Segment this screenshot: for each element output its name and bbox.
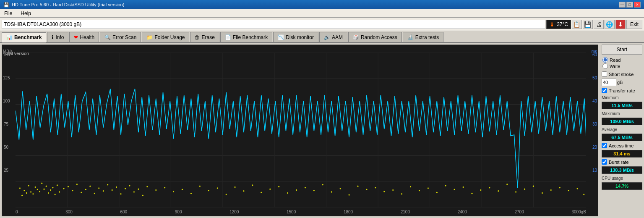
svg-point-73 bbox=[296, 189, 297, 191]
tab-disk-monitor[interactable]: 📉 Disk monitor bbox=[273, 32, 318, 42]
minimize-button[interactable]: — bbox=[619, 2, 626, 8]
title-bar-controls[interactable]: — □ ✕ bbox=[619, 2, 641, 8]
svg-point-30 bbox=[46, 186, 47, 187]
svg-point-72 bbox=[287, 192, 288, 194]
maximize-button[interactable]: □ bbox=[626, 2, 633, 8]
burst-rate-value: 138.3 MB/s bbox=[602, 166, 642, 174]
toolbar-icon-5[interactable]: ⬇ bbox=[615, 20, 626, 29]
maximum-value: 109.0 MB/s bbox=[602, 118, 642, 125]
read-radio[interactable] bbox=[602, 57, 608, 63]
tab-benchmark[interactable]: 📊 Benchmark bbox=[2, 32, 46, 42]
svg-point-47 bbox=[107, 184, 108, 185]
toolbar-icon-4[interactable]: 🌐 bbox=[605, 20, 615, 29]
transfer-rate-checkbox[interactable] bbox=[602, 88, 607, 93]
random-access-icon: 🎲 bbox=[353, 34, 359, 40]
x-label-2700: 2700 bbox=[515, 210, 524, 214]
read-write-group: Read Write bbox=[602, 56, 642, 70]
gb-spinbox[interactable] bbox=[602, 79, 616, 86]
burst-rate-checkbox[interactable] bbox=[602, 159, 607, 165]
gb-row: gB bbox=[602, 79, 642, 86]
svg-point-106 bbox=[583, 194, 584, 195]
access-time-checkbox[interactable] bbox=[602, 143, 607, 148]
menu-help[interactable]: Help bbox=[18, 10, 34, 17]
chart-svg bbox=[16, 53, 586, 207]
y-left-100: 100 bbox=[3, 99, 10, 103]
svg-point-58 bbox=[164, 187, 165, 188]
svg-point-49 bbox=[116, 186, 117, 188]
svg-point-50 bbox=[120, 193, 122, 194]
svg-point-27 bbox=[39, 191, 40, 192]
write-radio[interactable] bbox=[602, 63, 608, 69]
burst-rate-option[interactable]: Burst rate bbox=[602, 159, 642, 165]
svg-point-88 bbox=[428, 187, 429, 189]
svg-point-64 bbox=[217, 187, 218, 189]
svg-point-59 bbox=[173, 191, 174, 192]
tab-extra-tests[interactable]: 🔬 Extra tests bbox=[403, 32, 444, 42]
svg-point-79 bbox=[349, 194, 350, 195]
svg-point-78 bbox=[340, 188, 341, 189]
temperature-display: 🌡 37°C bbox=[546, 20, 571, 29]
tab-error-scan[interactable]: 🔍 Error Scan bbox=[100, 32, 141, 42]
aam-icon: 🔊 bbox=[324, 34, 330, 40]
tab-folder-usage[interactable]: 📁 Folder Usage bbox=[142, 32, 189, 42]
access-time-option[interactable]: Access time bbox=[602, 143, 642, 148]
erase-icon: 🗑 bbox=[195, 34, 200, 40]
write-option[interactable]: Write bbox=[602, 63, 641, 69]
tab-aam[interactable]: 🔊 AAM bbox=[319, 32, 347, 42]
tab-random-access[interactable]: 🎲 Random Access bbox=[348, 32, 402, 42]
svg-point-45 bbox=[98, 187, 99, 189]
gb-unit-label: gB bbox=[617, 80, 623, 85]
x-label-2400: 2400 bbox=[458, 210, 467, 214]
svg-point-43 bbox=[89, 186, 91, 187]
menu-file[interactable]: File bbox=[2, 10, 15, 17]
read-option[interactable]: Read bbox=[602, 57, 641, 63]
short-stroke-option[interactable]: Short stroke bbox=[602, 71, 642, 77]
svg-point-42 bbox=[85, 189, 86, 190]
svg-point-83 bbox=[383, 191, 385, 192]
svg-point-61 bbox=[190, 193, 192, 194]
svg-point-48 bbox=[112, 189, 113, 191]
y-right-50: 50 bbox=[592, 76, 597, 80]
tab-health[interactable]: ❤ Health bbox=[69, 32, 99, 42]
tab-file-benchmark[interactable]: 📄 File Benchmark bbox=[220, 32, 272, 42]
svg-point-71 bbox=[278, 186, 279, 187]
svg-point-76 bbox=[322, 184, 323, 185]
svg-point-46 bbox=[103, 190, 104, 192]
y-left-150: 150 bbox=[3, 53, 10, 57]
svg-point-23 bbox=[30, 191, 31, 192]
x-label-1500: 1500 bbox=[287, 210, 296, 214]
error-scan-icon: 🔍 bbox=[104, 34, 111, 40]
toolbar-icon-2[interactable]: 💾 bbox=[583, 20, 593, 29]
svg-point-39 bbox=[72, 190, 73, 191]
x-label-1200: 1200 bbox=[229, 210, 239, 214]
toolbar-icon-3[interactable]: 🖨 bbox=[594, 20, 604, 29]
short-stroke-label: Short stroke bbox=[609, 72, 634, 77]
exit-button[interactable]: Exit bbox=[626, 20, 642, 29]
extra-tests-icon: 🔬 bbox=[407, 34, 414, 40]
x-axis: 0 300 600 900 1200 1500 1800 2100 2400 2… bbox=[16, 210, 586, 214]
tab-erase[interactable]: 🗑 Erase bbox=[190, 32, 219, 42]
svg-point-103 bbox=[559, 187, 561, 188]
title-bar-title: 💾 HD Tune Pro 5.60 - Hard Disk/SSD Utili… bbox=[3, 2, 124, 8]
svg-point-25 bbox=[35, 186, 36, 188]
y-left-75: 75 bbox=[4, 122, 8, 126]
svg-point-33 bbox=[52, 187, 53, 188]
toolbar-icon-1[interactable]: 📋 bbox=[572, 20, 582, 29]
short-stroke-checkbox[interactable] bbox=[602, 71, 607, 77]
svg-point-86 bbox=[410, 186, 411, 187]
tab-info[interactable]: ℹ Info bbox=[47, 32, 68, 42]
svg-point-35 bbox=[57, 184, 58, 186]
transfer-rate-option[interactable]: Transfer rate bbox=[602, 88, 642, 93]
svg-point-53 bbox=[133, 191, 135, 192]
svg-point-82 bbox=[375, 187, 376, 188]
close-button[interactable]: ✕ bbox=[634, 2, 641, 8]
y-right-30: 30 bbox=[592, 122, 597, 126]
svg-point-69 bbox=[261, 192, 262, 193]
x-label-1800: 1800 bbox=[344, 210, 353, 214]
benchmark-icon: 📊 bbox=[6, 34, 13, 40]
disk-selector[interactable] bbox=[2, 20, 545, 29]
start-button[interactable]: Start bbox=[602, 45, 642, 55]
svg-point-105 bbox=[577, 188, 578, 189]
svg-point-22 bbox=[28, 185, 29, 186]
y-left-125: 125 bbox=[3, 76, 10, 80]
